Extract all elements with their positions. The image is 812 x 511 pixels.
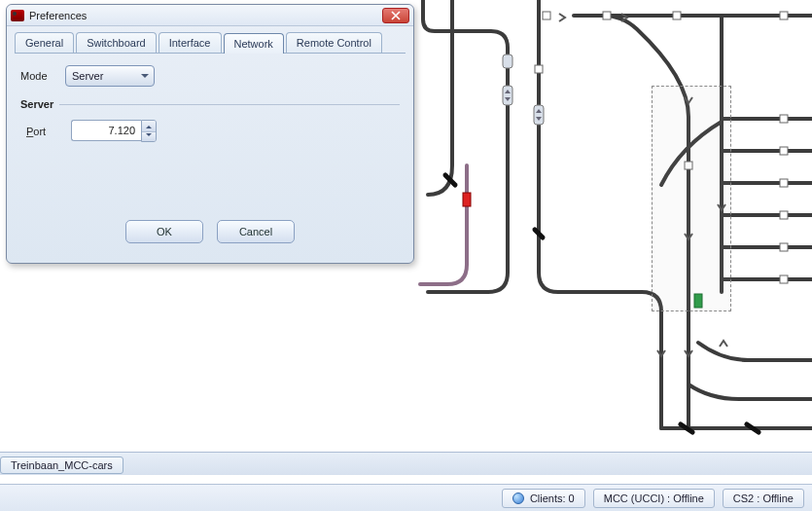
port-spin-down[interactable]	[142, 131, 156, 142]
status-cs2-label: CS2 : Offline	[733, 493, 794, 504]
svg-rect-11	[780, 243, 788, 251]
tab-bar: General Switchboard Interface Network Re…	[7, 26, 413, 53]
svg-line-17	[681, 424, 692, 432]
status-cs2[interactable]: CS2 : Offline	[723, 489, 804, 508]
status-clients-label: Clients: 0	[530, 493, 575, 504]
mode-label: Mode	[20, 70, 57, 82]
svg-rect-12	[780, 275, 788, 283]
server-legend: Server	[20, 98, 59, 110]
svg-rect-13	[535, 65, 543, 73]
globe-icon	[512, 493, 524, 504]
svg-rect-7	[780, 115, 788, 123]
document-tab[interactable]: Treinbaan_MCC-cars	[0, 456, 124, 474]
status-mcc[interactable]: MCC (UCCI) : Offline	[593, 489, 715, 508]
port-spin-up[interactable]	[142, 121, 156, 131]
port-input[interactable]	[71, 120, 141, 141]
close-icon	[391, 11, 401, 20]
dialog-content: Mode Server Server Port OK Cancel	[7, 54, 413, 263]
status-bar: Clients: 0 MCC (UCCI) : Offline CS2 : Of…	[0, 484, 812, 511]
preferences-dialog: Preferences General Switchboard Interfac…	[6, 4, 414, 264]
svg-rect-9	[780, 179, 788, 187]
cancel-button[interactable]: Cancel	[217, 220, 295, 243]
svg-rect-2	[503, 55, 512, 68]
svg-rect-5	[673, 12, 681, 19]
svg-rect-1	[534, 105, 544, 125]
chevron-down-icon	[146, 133, 152, 139]
tab-switchboard[interactable]: Switchboard	[76, 32, 157, 53]
tab-network[interactable]: Network	[224, 33, 284, 54]
port-spinner[interactable]	[71, 120, 157, 142]
close-button[interactable]	[382, 8, 409, 23]
ok-button[interactable]: OK	[125, 220, 203, 243]
port-label: Port	[26, 126, 63, 137]
document-tab-strip: Treinbaan_MCC-cars	[0, 452, 812, 475]
svg-rect-19	[463, 193, 471, 206]
status-mcc-label: MCC (UCCI) : Offline	[604, 493, 704, 504]
svg-rect-6	[780, 12, 788, 19]
svg-line-16	[535, 230, 543, 237]
status-clients[interactable]: Clients: 0	[502, 489, 585, 508]
mode-select-value: Server	[72, 70, 103, 82]
svg-rect-3	[543, 12, 550, 19]
tab-remote-control[interactable]: Remote Control	[286, 32, 382, 53]
chevron-up-icon	[146, 123, 152, 128]
tab-interface[interactable]: Interface	[159, 32, 222, 53]
svg-rect-10	[780, 211, 788, 219]
selection-rectangle	[652, 86, 731, 311]
dialog-title: Preferences	[29, 10, 382, 21]
svg-line-18	[747, 424, 759, 432]
svg-rect-8	[780, 147, 788, 155]
svg-rect-0	[503, 86, 512, 105]
mode-select[interactable]: Server	[65, 65, 155, 87]
dialog-titlebar[interactable]: Preferences	[7, 5, 413, 26]
svg-rect-4	[603, 12, 611, 19]
server-fieldset: Server Port	[20, 98, 400, 154]
tab-general[interactable]: General	[15, 32, 74, 53]
app-icon	[11, 10, 24, 21]
